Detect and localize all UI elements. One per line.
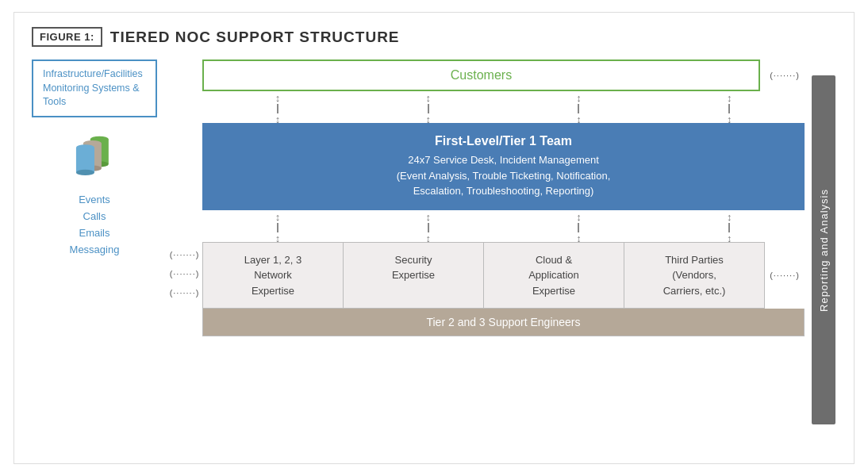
- figure-title: TIERED NOC SUPPORT STRUCTURE: [110, 29, 400, 46]
- main-layout: Infrastructure/FacilitiesMonitoring Syst…: [32, 60, 836, 440]
- center-column: Customers (·······) ↕ ↕ ↕ ↕ ↕: [202, 60, 805, 440]
- tier2-section: Layer 1, 2, 3NetworkExpertise SecurityEx…: [202, 242, 805, 337]
- reporting-bar: Reporting and Analysis: [812, 75, 835, 424]
- tier2-bottom: Tier 2 and 3 Support Engineers: [202, 309, 805, 336]
- tier2-box-cloud: Cloud &ApplicationExpertise: [484, 243, 624, 309]
- left-arrows-column: (·······) (·······) (·······): [167, 107, 202, 440]
- emails-label: Emails: [70, 225, 120, 242]
- tier2-boxes-row: Layer 1, 2, 3NetworkExpertise SecurityEx…: [202, 242, 765, 309]
- tier2-box-network: Layer 1, 2, 3NetworkExpertise: [203, 243, 344, 309]
- tier2-right-arrow: (·······): [765, 242, 805, 309]
- vert-arrow-3: ↕ ↕: [576, 92, 582, 125]
- vert-arrows-bottom: ↕ ↕ ↕ ↕ ↕ ↕ ↕ ↕: [202, 213, 805, 242]
- tier2-box-third-parties: Third Parties(Vendors,Carriers, etc.): [624, 243, 764, 309]
- tier1-desc: 24x7 Service Desk, Incident Management (…: [215, 152, 792, 199]
- calls-label: Calls: [70, 209, 120, 225]
- left-column: Infrastructure/FacilitiesMonitoring Syst…: [32, 60, 167, 440]
- vert-arrow-b4: ↕ ↕: [727, 211, 732, 244]
- left-arrow-2: (·······): [170, 269, 200, 278]
- tier2-box-security: SecurityExpertise: [344, 243, 484, 309]
- customers-row: Customers (·······): [202, 60, 805, 91]
- cylinders-svg: [47, 132, 142, 188]
- vert-arrow-4: ↕ ↕: [727, 92, 732, 125]
- customers-label: Customers: [451, 68, 512, 82]
- vert-arrow-1: ↕ ↕: [275, 92, 281, 125]
- tier2-cloud-label: Cloud &ApplicationExpertise: [528, 254, 579, 297]
- tier1-title: First-Level/Tier 1 Team: [215, 134, 792, 148]
- figure-container: FIGURE 1: TIERED NOC SUPPORT STRUCTURE I…: [13, 12, 855, 464]
- vert-arrow-b3: ↕ ↕: [576, 211, 582, 244]
- messaging-label: Messaging: [70, 242, 120, 259]
- tier1-box: First-Level/Tier 1 Team 24x7 Service Des…: [202, 123, 805, 210]
- svg-point-8: [76, 169, 94, 175]
- left-arrow-3: (·······): [170, 288, 200, 298]
- events-label: Events: [70, 192, 120, 209]
- vert-arrow-2: ↕ ↕: [425, 92, 431, 125]
- tier2-row-with-arrow: Layer 1, 2, 3NetworkExpertise SecurityEx…: [202, 242, 805, 309]
- tier2-security-label: SecurityExpertise: [392, 254, 435, 282]
- vert-arrow-b1: ↕ ↕: [275, 211, 281, 244]
- figure-label: FIGURE 1:: [32, 27, 102, 47]
- left-arrow-1: (·······): [170, 250, 200, 259]
- events-labels: Events Calls Emails Messaging: [70, 192, 120, 258]
- right-bar: Reporting and Analysis: [811, 60, 836, 440]
- cylinders-area: Events Calls Emails Messaging: [32, 132, 157, 259]
- tier2-third-parties-label: Third Parties(Vendors,Carriers, etc.): [663, 254, 726, 297]
- customers-right-arrow: (·······): [765, 71, 805, 80]
- tier2-bottom-label: Tier 2 and 3 Support Engineers: [426, 316, 580, 328]
- svg-rect-7: [76, 147, 94, 171]
- tier2-network-label: Layer 1, 2, 3NetworkExpertise: [244, 254, 301, 297]
- customers-box: Customers: [202, 60, 760, 91]
- vert-arrow-b2: ↕ ↕: [425, 211, 431, 244]
- vert-arrows-top: ↕ ↕ ↕ ↕ ↕ ↕ ↕ ↕: [202, 94, 805, 123]
- infra-text: Infrastructure/FacilitiesMonitoring Syst…: [43, 68, 143, 107]
- infra-box: Infrastructure/FacilitiesMonitoring Syst…: [32, 60, 157, 117]
- figure-title-row: FIGURE 1: TIERED NOC SUPPORT STRUCTURE: [32, 27, 836, 47]
- reporting-text: Reporting and Analysis: [818, 189, 830, 312]
